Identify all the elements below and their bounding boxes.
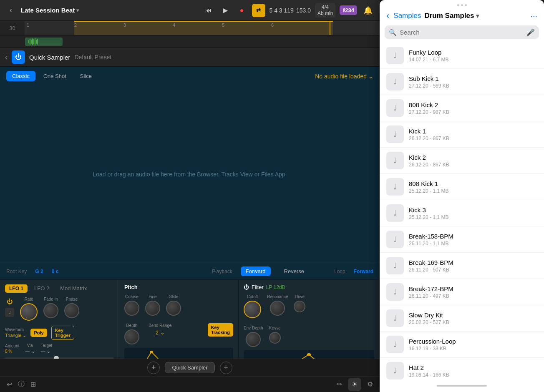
sample-icon: ♩ xyxy=(386,309,404,327)
samples-list: ♩ Funky Loop 14.07.21 - 6,7 MB ♩ Sub Kic… xyxy=(380,43,544,379)
panel-more-button[interactable]: ··· xyxy=(530,11,537,21)
sample-list-item[interactable]: ♩ Funky Loop 14.07.21 - 6,7 MB xyxy=(380,43,544,69)
mic-icon[interactable]: 🎤 xyxy=(526,28,535,36)
sample-icon: ♩ xyxy=(386,336,404,353)
tune-value[interactable]: 0 c xyxy=(52,269,59,274)
fade-in-knob[interactable] xyxy=(43,303,58,318)
env-depth-knob[interactable] xyxy=(246,332,261,347)
key-trigger-button[interactable]: KeyTrigger xyxy=(51,326,74,340)
poly-button[interactable]: Poly xyxy=(30,329,47,337)
lfo1-button[interactable]: LFO 1 xyxy=(5,284,28,293)
panel-back-label[interactable]: Samples xyxy=(393,12,421,20)
mod-matrix-button[interactable]: Mod Matrix xyxy=(56,284,91,293)
dropdown-icon[interactable]: ⌄ xyxy=(368,73,373,80)
sample-list-item[interactable]: ♩ Break-158-BPM 26.11.20 - 1,1 MB xyxy=(380,226,544,253)
undo-icon[interactable]: ↩ xyxy=(7,380,12,388)
brightness-icon: ☀ xyxy=(352,380,358,388)
coarse-knob[interactable] xyxy=(124,301,139,316)
keysc-knob[interactable] xyxy=(269,332,281,344)
cutoff-knob[interactable] xyxy=(244,301,261,318)
filter-title-label: Filter xyxy=(252,284,264,290)
play-button[interactable]: ▶ xyxy=(219,4,232,17)
keysc-label: Keysc xyxy=(269,326,280,330)
sample-meta: 20.02.20 - 527 KB xyxy=(409,319,537,325)
track-minibar xyxy=(25,38,63,46)
sample-info: 808 Kick 2 27.12.20 - 987 KB xyxy=(409,101,537,115)
bend-range-label: Bend Range xyxy=(149,323,172,328)
forward-button[interactable]: Forward xyxy=(241,266,271,276)
record-button[interactable]: ● xyxy=(235,4,249,17)
depth-knob[interactable] xyxy=(124,329,139,344)
sample-list-item[interactable]: ♩ Break-172-BPM 26.11.20 - 497 KB xyxy=(380,279,544,305)
waveform-value[interactable]: Triangle ⌄ xyxy=(5,333,26,338)
sample-list-item[interactable]: ♩ Slow Dry Kit 20.02.20 - 527 KB xyxy=(380,305,544,332)
bend-range-value[interactable]: 2 ⌄ xyxy=(156,329,165,336)
panel-title-chevron-icon[interactable]: ▾ xyxy=(476,13,479,19)
resonance-knob[interactable] xyxy=(270,301,285,316)
panel-back-icon[interactable]: ‹ xyxy=(386,10,389,21)
brightness-button[interactable]: ☀ xyxy=(348,378,361,391)
glide-label: Glide xyxy=(169,294,178,299)
main-area: ‹ Late Session Beat ▾ ⏮ ▶ ● ⇄ 5 4 3 119 … xyxy=(0,0,380,392)
sample-list-item[interactable]: ♩ Percussion-Loop 16.12.19 - 33 KB xyxy=(380,332,544,358)
sample-list-item[interactable]: ♩ Sub Kick 1 27.12.20 - 569 KB xyxy=(380,69,544,95)
reverse-button[interactable]: Reverse xyxy=(279,266,309,276)
sample-list-item[interactable]: ♩ Break-169-BPM 26.11.20 - 507 KB xyxy=(380,253,544,279)
transport-bar: ‹ Late Session Beat ▾ ⏮ ▶ ● ⇄ 5 4 3 119 … xyxy=(0,0,380,21)
filter-type: LP 12dB xyxy=(266,284,285,290)
drive-label: Drive xyxy=(295,294,305,299)
loop-button[interactable]: ⇄ xyxy=(252,4,265,17)
tab-one-shot[interactable]: One Shot xyxy=(38,71,72,81)
metronome-button[interactable]: 🔔 xyxy=(361,4,375,17)
lfo-power-icon[interactable]: ⏻ xyxy=(5,297,14,306)
back-button[interactable]: ‹ xyxy=(5,5,17,16)
pencil-icon[interactable]: ✏ xyxy=(337,380,342,388)
tab-slice[interactable]: Slice xyxy=(74,71,98,81)
sample-meta: 26.12.20 - 867 KB xyxy=(409,136,537,141)
search-input[interactable] xyxy=(400,29,524,36)
layout-icon[interactable]: ⊞ xyxy=(30,380,36,388)
rewind-button[interactable]: ⏮ xyxy=(202,4,215,17)
sample-list-item[interactable]: ♩ 808 Kick 2 27.12.20 - 987 KB xyxy=(380,95,544,121)
filter-power-icon[interactable]: ⏻ xyxy=(244,284,249,290)
tab-classic[interactable]: Classic xyxy=(6,71,35,81)
info-icon[interactable]: ⓘ xyxy=(18,380,25,389)
ruler-marker-2: 2 xyxy=(74,23,77,28)
sample-icon: ♩ xyxy=(386,99,404,117)
sample-icon: ♩ xyxy=(386,178,404,196)
add-track-right-button[interactable]: + xyxy=(220,362,232,374)
plugin-power-button[interactable]: ⏻ xyxy=(12,50,25,64)
dot-1 xyxy=(457,4,459,6)
sample-meta: 27.12.20 - 987 KB xyxy=(409,109,537,115)
rate-knob[interactable] xyxy=(20,303,38,321)
via-label: Via xyxy=(25,343,35,348)
sample-name: Sub Kick 1 xyxy=(409,75,537,82)
amount-group: Amount 0 % xyxy=(5,344,19,354)
lfo-wave-icon[interactable]: ♩ xyxy=(5,308,14,317)
key-tracking-button[interactable]: KeyTracking xyxy=(208,323,233,337)
track-pill[interactable]: Quick Sampler xyxy=(165,362,214,373)
waveform-area: Load or drag an audio file here from the… xyxy=(0,85,380,263)
sample-list-item[interactable]: ♩ Kick 3 25.12.20 - 1,1 MB xyxy=(380,200,544,226)
sampler-controls: Root Key G 2 0 c Playback Forward Revers… xyxy=(0,263,380,279)
sample-list-item[interactable]: ♩ Hat 2 19.08.14 - 166 KB xyxy=(380,358,544,379)
sample-list-item[interactable]: ♩ Kick 2 26.12.20 - 867 KB xyxy=(380,148,544,174)
project-chevron-icon[interactable]: ▾ xyxy=(76,8,79,13)
sample-icon: ♩ xyxy=(386,204,404,222)
plugin-back-button[interactable]: ‹ xyxy=(5,53,8,62)
root-key-value[interactable]: G 2 xyxy=(35,269,43,274)
sample-meta: 25.12.20 - 1,1 MB xyxy=(409,214,537,220)
key-box[interactable]: ♯234 xyxy=(340,5,357,15)
glide-knob[interactable] xyxy=(166,301,181,316)
loop-value[interactable]: Forward xyxy=(354,269,373,274)
sample-list-item[interactable]: ♩ 808 Kick 1 25.12.20 - 1,1 MB xyxy=(380,174,544,200)
sample-icon: ♩ xyxy=(386,257,404,274)
lfo2-button[interactable]: LFO 2 xyxy=(30,284,53,293)
sample-icon: ♩ xyxy=(386,362,404,379)
drive-knob[interactable] xyxy=(294,301,305,312)
sample-list-item[interactable]: ♩ Kick 1 26.12.20 - 867 KB xyxy=(380,121,544,148)
eq-icon[interactable]: ⚙ xyxy=(367,380,373,388)
fine-knob[interactable] xyxy=(145,301,160,316)
phase-knob[interactable] xyxy=(64,303,79,318)
add-track-left-button[interactable]: + xyxy=(147,362,160,374)
